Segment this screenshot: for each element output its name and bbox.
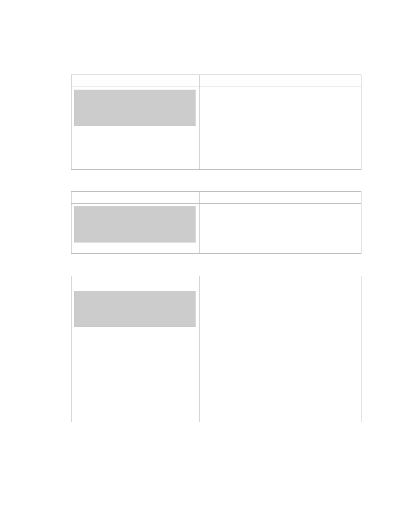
table-1 <box>71 75 361 170</box>
table-2-header-right <box>200 192 361 204</box>
table-3-gray-block <box>74 291 196 327</box>
table-3-header-left <box>72 276 200 288</box>
table-2-cell-right <box>200 204 361 254</box>
table-1-header-right <box>200 75 361 87</box>
table-3 <box>71 276 361 422</box>
table-1-gray-block <box>74 90 196 126</box>
table-1-cell-left <box>72 87 200 170</box>
table-3-cell-right <box>200 288 361 422</box>
table-3-cell-left <box>72 288 200 422</box>
table-2-header-left <box>72 192 200 204</box>
table-1-header-left <box>72 75 200 87</box>
table-2 <box>71 191 361 254</box>
table-3-header-right <box>200 276 361 288</box>
table-1-cell-right <box>200 87 361 170</box>
table-2-gray-block <box>74 206 196 243</box>
page <box>0 0 411 532</box>
table-2-cell-left <box>72 204 200 254</box>
